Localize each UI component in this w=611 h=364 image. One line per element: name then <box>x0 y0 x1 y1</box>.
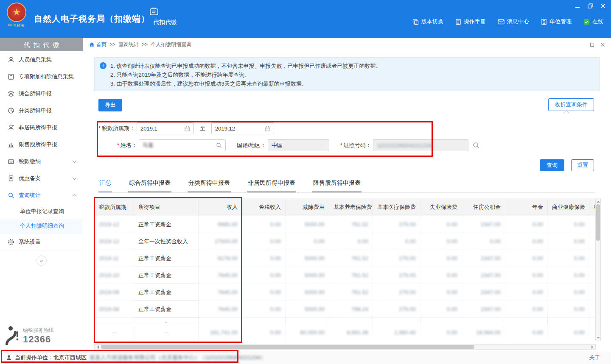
reset-button[interactable]: 重置 <box>571 159 594 171</box>
notice-line: 3. 由于数据处理的滞后性，建议您在申报成功3天之后再来查询最新的申报数据。 <box>110 79 381 88</box>
menu-manual[interactable]: 操作手册 <box>455 18 486 25</box>
close-button[interactable] <box>600 3 606 9</box>
tab-summary[interactable]: 汇总 <box>98 178 112 192</box>
horizontal-scrollbar[interactable] <box>94 344 596 350</box>
tab-withholding[interactable]: 代扣代缴 <box>149 7 181 26</box>
table-cell: 60,000.00 <box>286 324 329 341</box>
table-cell: 0.00 <box>420 250 462 267</box>
sidebar: 代扣代缴 人员信息采集 专项附加扣除信息采集 综合所得申报 分类所得申报 非居民… <box>0 38 83 351</box>
vertical-scroll-thumb[interactable] <box>596 204 600 241</box>
breadcrumb-separator: >> <box>142 42 148 47</box>
restore-button[interactable] <box>587 3 593 9</box>
table-row[interactable]: 2019-10正常工资薪金7645.000.005000.00761.52279… <box>95 267 596 284</box>
document-icon <box>8 175 14 182</box>
nationality-input[interactable]: 中国 <box>268 139 329 151</box>
sidebar-item-special-deduction[interactable]: 专项附加扣除信息采集 <box>0 68 83 85</box>
tab-nonresident-income-return[interactable]: 非居民所得申报表 <box>247 178 296 192</box>
menu-online-status[interactable]: 在线 <box>583 18 603 25</box>
table-cell <box>95 318 134 324</box>
period-end-input[interactable]: 2019.12 <box>211 122 274 134</box>
scroll-down-arrow[interactable] <box>596 335 600 341</box>
table-cell: 798.24 <box>329 301 373 318</box>
horizontal-scroll-thumb[interactable] <box>101 345 474 349</box>
breadcrumb-home-link[interactable]: 首页 <box>89 41 107 48</box>
menu-org-management[interactable]: 单位管理 <box>541 18 572 25</box>
table-header-row: 税款所属期所得项目收入免税收入减除费用基本养老保险费基本医疗保险费失业保险费住房… <box>95 198 596 216</box>
table-cell: 0.00 <box>505 301 548 318</box>
notice-panel: i 1. 该查询统计表仅能查询已申报成功的数据，不包含未申报、申报失败，已申报但… <box>94 57 600 91</box>
sidebar-item-comprehensive-income[interactable]: 综合所得申报 <box>0 85 83 102</box>
column-header: 所得项目 <box>134 198 199 216</box>
name-input[interactable]: 马某 <box>139 139 226 151</box>
sidebar-collapse-button[interactable]: « <box>36 256 47 266</box>
period-start-input[interactable]: 2019.1 <box>137 122 194 134</box>
tab-classified-income-return[interactable]: 分类所得申报表 <box>188 178 231 192</box>
minimize-button[interactable] <box>575 3 580 9</box>
table-cell: 2019-12 <box>95 216 134 233</box>
chevron-down-icon <box>73 159 77 163</box>
tab-comprehensive-income-return[interactable]: 综合所得申报表 <box>128 178 171 192</box>
collapse-query-conditions-button[interactable]: 收折查询条件 <box>548 98 594 111</box>
hotline-block: 纳税服务热线 12366 <box>5 325 53 345</box>
sidebar-item-system-settings[interactable]: 系统设置 <box>0 233 83 250</box>
message-icon <box>498 19 504 25</box>
vertical-scrollbar[interactable] <box>595 198 601 341</box>
table-cell: 8,991.36 <box>329 324 373 341</box>
export-button[interactable]: 导出 <box>98 99 122 111</box>
table-cell <box>548 318 589 324</box>
table-cell <box>199 318 242 324</box>
gear-icon <box>8 239 14 245</box>
scroll-left-arrow[interactable] <box>95 345 100 349</box>
table-cell: 0.00 <box>589 284 596 301</box>
sidebar-item-preferential-filing[interactable]: 优惠备案 <box>0 170 83 187</box>
menu-message-center[interactable]: 消息中心 <box>498 18 529 25</box>
sidebar-item-query-statistics[interactable]: 查询统计 <box>0 187 83 204</box>
calendar-icon <box>265 126 270 131</box>
panel-caret-icon <box>563 110 569 116</box>
table-cell: 0.00 <box>242 284 286 301</box>
tab-restricted-stock-return[interactable]: 限售股所得申报表 <box>312 178 362 192</box>
panel-close-icon[interactable] <box>600 42 605 47</box>
table-cell: 0.00 <box>505 233 548 250</box>
sidebar-subitem-unit-declaration-record[interactable]: 单位申报记录查询 <box>0 204 83 219</box>
table-cell: 7645.00 <box>199 284 242 301</box>
table-row[interactable]: 2019-08正常工资薪金7645.000.005000.00798.24279… <box>95 301 596 318</box>
sidebar-item-classified-income[interactable]: 分类所得申报 <box>0 102 83 119</box>
menu-label: 操作手册 <box>464 18 486 25</box>
form-list-icon <box>8 73 14 80</box>
table-cell: 7645.00 <box>199 267 242 284</box>
sidebar-item-nonresident-income[interactable]: 非居民所得申报 <box>0 119 83 136</box>
table-cell: 5000.00 <box>286 301 329 318</box>
id-search-icon[interactable] <box>473 142 480 149</box>
table-cell: 2347.00 <box>462 301 505 318</box>
table-row[interactable]: 2019-12正常工资薪金9985.000.005000.00761.52279… <box>95 216 596 233</box>
table-cell: 正常工资薪金 <box>134 301 199 318</box>
menu-version-switch[interactable]: 版本切换 <box>412 18 443 25</box>
panel-restore-icon[interactable] <box>590 42 594 47</box>
scroll-right-arrow[interactable] <box>590 345 595 349</box>
column-header: 商业健康保险 <box>548 198 589 216</box>
table-row[interactable]: 2019-11正常工资薪金9178.000.005000.00761.52279… <box>95 250 596 267</box>
table-row[interactable]: 2019-09正常工资薪金7645.000.005000.00761.52279… <box>95 284 596 301</box>
query-button[interactable]: 查询 <box>540 159 564 171</box>
table-cell: -- <box>134 324 199 341</box>
table-cell: 正常工资薪金 <box>134 216 199 233</box>
table-cell <box>329 318 373 324</box>
about-link[interactable]: 关于 <box>589 354 600 361</box>
table-cell: 0.00 <box>548 216 589 233</box>
table-ellipsis-row: .. <box>95 318 596 324</box>
scroll-up-arrow[interactable] <box>596 198 600 204</box>
sidebar-item-restricted-stock[interactable]: 限售股所得申报 <box>0 136 83 153</box>
table-cell: 2019-09 <box>95 284 134 301</box>
sidebar-item-tax-payment[interactable]: 税款缴纳 <box>0 153 83 170</box>
id-number-input[interactable]: 110102199304221234 <box>373 139 468 151</box>
menu-label: 单位管理 <box>549 18 572 25</box>
sidebar-item-label: 查询统计 <box>19 192 41 199</box>
window-controls <box>575 3 606 9</box>
sidebar-item-personnel-info[interactable]: 人员信息采集 <box>0 51 83 68</box>
table-cell: 761.52 <box>329 216 373 233</box>
sidebar-item-label: 人员信息采集 <box>19 56 52 64</box>
column-header: 税款所属期 <box>95 198 134 216</box>
sidebar-subitem-personal-withholding-detail[interactable]: 个人扣缴明细查询 <box>0 219 83 233</box>
table-row[interactable]: 2019-12全年一次性奖金收入27500.000.000.000.000.00… <box>95 233 596 250</box>
